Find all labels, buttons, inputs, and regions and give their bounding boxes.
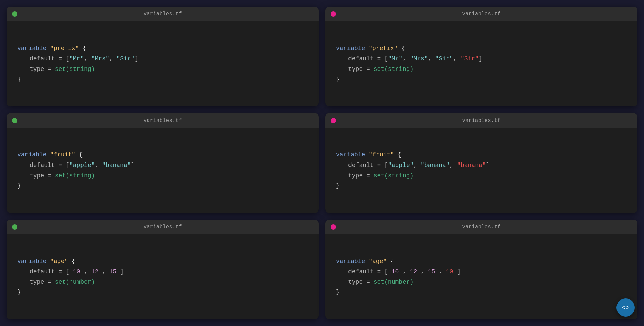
panel-5: variables.tfvariable "age" {default = [ …	[7, 220, 319, 319]
panel-3-body: variable "fruit" {default = ["apple", "b…	[7, 128, 319, 213]
panel-5-status-dot	[12, 224, 17, 230]
panel-1-title: variables.tf	[143, 11, 182, 17]
panel-5-header: variables.tf	[7, 220, 319, 234]
panel-5-code: variable "age" {default = [ 10 , 12 , 15…	[17, 256, 124, 297]
panel-1-header: variables.tf	[7, 7, 319, 21]
panel-3-code: variable "fruit" {default = ["apple", "b…	[17, 150, 135, 191]
panel-2-title: variables.tf	[462, 11, 500, 17]
panel-1-status-dot	[12, 11, 17, 17]
panel-6-header: variables.tf	[325, 220, 637, 234]
panel-6: variables.tfvariable "age" {default = [ …	[325, 220, 637, 319]
panel-4-status-dot	[331, 118, 336, 123]
panel-4-body: variable "fruit" {default = ["apple", "b…	[325, 128, 637, 213]
panel-2-code: variable "prefix" {default = ["Mr", "Mrs…	[336, 43, 482, 84]
panel-4-title: variables.tf	[462, 118, 500, 124]
panel-5-title: variables.tf	[143, 224, 182, 230]
panel-1-body: variable "prefix" {default = ["Mr", "Mrs…	[7, 21, 319, 106]
panel-6-status-dot	[331, 224, 336, 230]
panel-4-code: variable "fruit" {default = ["apple", "b…	[336, 150, 489, 191]
panel-6-code: variable "age" {default = [ 10 , 12 , 15…	[336, 256, 461, 297]
panel-1-code: variable "prefix" {default = ["Mr", "Mrs…	[17, 43, 138, 84]
code-icon: <>	[622, 304, 630, 312]
panel-2-header: variables.tf	[325, 7, 637, 21]
panel-6-title: variables.tf	[462, 224, 500, 230]
panel-1: variables.tfvariable "prefix" {default =…	[7, 7, 319, 106]
panel-2-status-dot	[331, 11, 336, 17]
panel-6-body: variable "age" {default = [ 10 , 12 , 15…	[325, 234, 637, 319]
panel-3-header: variables.tf	[7, 113, 319, 128]
panel-3-title: variables.tf	[143, 118, 182, 124]
panel-2: variables.tfvariable "prefix" {default =…	[325, 7, 637, 106]
panel-3-status-dot	[12, 118, 17, 123]
fab-button[interactable]: <>	[616, 298, 635, 317]
panel-4-header: variables.tf	[325, 113, 637, 128]
panel-2-body: variable "prefix" {default = ["Mr", "Mrs…	[325, 21, 637, 106]
panel-4: variables.tfvariable "fruit" {default = …	[325, 113, 637, 213]
panel-3: variables.tfvariable "fruit" {default = …	[7, 113, 319, 213]
panel-5-body: variable "age" {default = [ 10 , 12 , 15…	[7, 234, 319, 319]
